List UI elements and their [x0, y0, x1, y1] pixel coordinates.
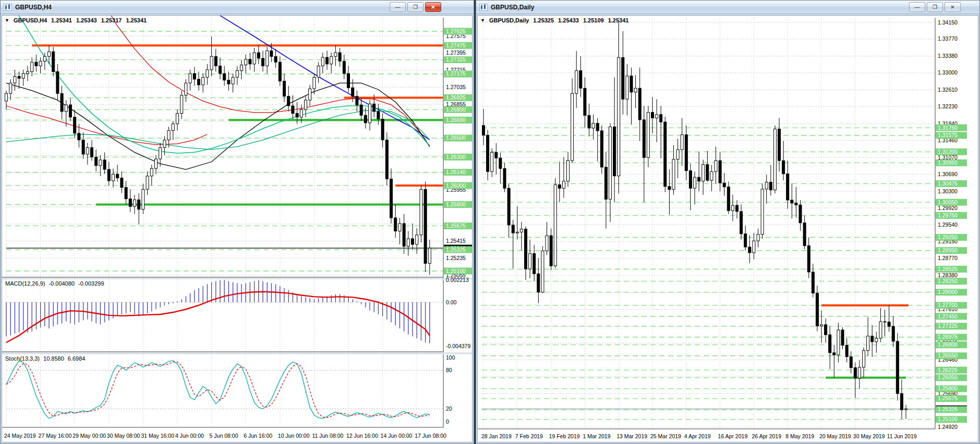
time-axis-label: 12 Jun 16:00	[346, 433, 378, 439]
price-tick-label: 1.33770	[938, 35, 958, 42]
maximize-button[interactable]: ❐	[927, 2, 943, 12]
maximize-button[interactable]: ❐	[407, 2, 424, 12]
title-bar[interactable]: GBPUSD,H4 — ❐ ✕	[1, 1, 474, 14]
candle-bear	[630, 76, 633, 92]
candle-bull	[905, 409, 908, 410]
candle-bull	[31, 62, 33, 71]
candle-bull	[185, 83, 187, 95]
candle-bear	[854, 367, 856, 378]
close-button[interactable]: ✕	[945, 2, 961, 12]
candle-bear	[262, 58, 264, 66]
stoch-indicator-label: Stoch(13,3,3) 10.8580 6.6984	[5, 355, 85, 362]
price-level-label: 1.27175	[446, 70, 466, 77]
candle-bear	[892, 326, 894, 341]
candle-bear	[600, 131, 603, 167]
candle-bear	[326, 57, 329, 64]
candle-bear	[107, 169, 110, 181]
candle-bear	[816, 293, 818, 326]
candle-bear	[352, 88, 354, 96]
candle-bear	[373, 104, 376, 112]
candle-bear	[668, 187, 671, 190]
candle-bull	[210, 56, 213, 70]
time-axis-label: 30 May 08:00	[107, 433, 140, 439]
candle-bear	[841, 330, 844, 345]
candle-bull	[99, 160, 102, 166]
open-value: 1.25341	[51, 17, 72, 23]
h4-chart-canvas[interactable]: 24 May 201927 May 16:0029 May 00:0030 Ma…	[2, 16, 473, 442]
candle-bear	[723, 183, 725, 187]
candle-bear	[787, 174, 789, 200]
time-axis-label: 29 May 00:00	[72, 433, 106, 439]
price-level-label: 1.27625	[446, 28, 466, 34]
candle-bull	[27, 71, 29, 73]
candle-bear	[807, 245, 810, 272]
price-level-label: 1.26225	[938, 367, 958, 373]
candle-bull	[875, 338, 878, 342]
stoch-axis-label: 100	[446, 354, 455, 361]
title-bar[interactable]: GBPUSD,Daily — ❐ ✕	[476, 1, 979, 14]
candle-bear	[782, 161, 785, 174]
candle-bear	[52, 52, 55, 71]
daily-chart-canvas[interactable]: 28 Jan 20197 Feb 201919 Feb 20191 Mar 20…	[478, 16, 978, 442]
close-button[interactable]: ✕	[425, 2, 441, 12]
candle-bear	[279, 62, 281, 81]
low-value: 1.25317	[101, 17, 122, 23]
candle-bear	[706, 165, 709, 180]
candle-bull	[592, 124, 595, 128]
candle-bull	[65, 105, 67, 112]
candle-bear	[91, 147, 93, 157]
time-axis-label: 25 Mar 2019	[650, 433, 681, 439]
macd-axis-label: -0.004379	[446, 343, 470, 349]
price-tick-label: 1.27395	[446, 50, 466, 56]
time-axis-label: 6 Jun 16:00	[244, 433, 272, 439]
time-axis-label: 10 Jun 00:00	[278, 433, 310, 439]
candle-bear	[896, 341, 899, 393]
candle-bull	[420, 189, 422, 235]
price-level-label: 1.27700	[938, 302, 958, 308]
candle-bear	[193, 73, 196, 79]
minimize-button[interactable]: —	[909, 2, 925, 12]
price-level-label: 1.31575	[938, 132, 958, 138]
candle-bear	[778, 129, 781, 161]
candle-bear	[829, 335, 831, 353]
candle-bear	[356, 96, 358, 105]
price-level-label: 1.28250	[938, 278, 958, 284]
pane-separator[interactable]	[2, 278, 473, 279]
chart-area-daily[interactable]: ▼ GBPUSD,Daily 1.25325 1.25433 1.25109 1…	[477, 15, 978, 442]
chevron-down-icon: ▼	[480, 18, 485, 23]
time-axis-label: 17 Jun 08:00	[415, 433, 446, 439]
candle-bear	[871, 336, 874, 342]
price-tick-label: 1.33380	[938, 53, 958, 59]
candle-bull	[567, 161, 570, 181]
candle-bull	[309, 89, 311, 100]
chart-layers: 28 Jan 20197 Feb 201919 Feb 20191 Mar 20…	[481, 18, 935, 439]
candle-bull	[715, 161, 717, 171]
candle-bull	[150, 168, 153, 176]
candle-bull	[571, 93, 574, 161]
pane-separator[interactable]	[2, 352, 473, 354]
price-tick-label: 1.30690	[938, 171, 958, 177]
candle-bear	[274, 56, 277, 62]
candle-bear	[748, 247, 751, 253]
price-level-label: 1.29750	[938, 212, 958, 218]
candle-bear	[850, 356, 852, 367]
time-axis-label: 1 Mar 2019	[583, 433, 610, 439]
candle-bear	[727, 187, 730, 211]
ma-black	[6, 83, 430, 169]
price-tick-label: 1.30300	[938, 188, 958, 194]
price-level-label: 1.26800	[938, 341, 958, 348]
time-axis-label: 7 Feb 2019	[515, 433, 543, 439]
minimize-button[interactable]: —	[390, 2, 406, 12]
candle-bear	[736, 205, 739, 212]
close-value: 1.25341	[608, 17, 629, 23]
candle-bear	[61, 93, 63, 112]
candle-bull	[428, 248, 431, 263]
candle-bull	[180, 95, 183, 114]
price-level-label: 1.28000	[938, 289, 958, 295]
candle-bull	[562, 181, 565, 188]
candle-bull	[618, 57, 620, 176]
price-level-label: 1.30050	[938, 199, 958, 205]
price-level-label: 1.28950	[938, 247, 958, 253]
candle-bear	[884, 322, 886, 322]
chart-area-h4[interactable]: ▼ GBPUSD,H4 1.25341 1.25343 1.25317 1.25…	[2, 15, 473, 442]
